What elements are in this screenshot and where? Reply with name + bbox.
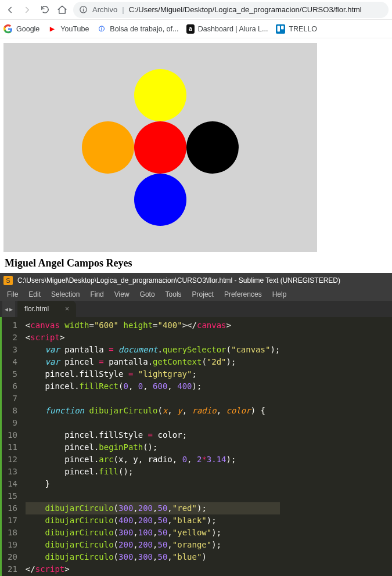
svg-rect-3: [276, 24, 285, 34]
code-line[interactable]: dibujarCirculo(300,100,50,"yellow");: [26, 527, 280, 539]
sublime-editor[interactable]: 12345678910111213141516171819202122 <can…: [0, 317, 392, 576]
bookmark-label: Google: [16, 25, 39, 33]
home-button[interactable]: [56, 3, 69, 16]
svg-point-2: [83, 8, 84, 9]
tab-next-icon: ▶: [9, 306, 13, 312]
line-number: 19: [8, 539, 17, 551]
sublime-app-icon: S: [3, 276, 13, 285]
code-line[interactable]: var pantalla = document.querySelector("c…: [26, 344, 280, 356]
code-line[interactable]: [26, 393, 280, 405]
code-line[interactable]: [26, 490, 280, 502]
line-number: 1: [8, 319, 17, 332]
menu-item[interactable]: View: [110, 289, 134, 300]
code-line[interactable]: </script>: [26, 563, 280, 575]
menu-item[interactable]: Tools: [161, 289, 186, 300]
line-number: 6: [8, 380, 17, 393]
code-line[interactable]: function dibujarCirculo(x, y, radio, col…: [26, 405, 280, 417]
code-line[interactable]: dibujarCirculo(300,300,50,"blue"): [26, 551, 280, 563]
sublime-titlebar[interactable]: S C:\Users\Miguel\Desktop\Logica_de_prog…: [0, 273, 392, 288]
sublime-tab-bar: ◀ ▶ flor.html ×: [0, 301, 392, 317]
bookmark-favicon: a: [186, 24, 194, 34]
url-separator: |: [122, 5, 124, 14]
page-content: Miguel Angel Campos Reyes: [0, 38, 392, 273]
bookmark-favicon: [276, 24, 285, 34]
bookmark-item[interactable]: aDashboard | Alura L...: [186, 24, 268, 34]
forward-button[interactable]: [21, 3, 34, 16]
sublime-window: S C:\Users\Miguel\Desktop\Logica_de_prog…: [0, 273, 392, 576]
url-scheme-label: Archivo: [92, 5, 117, 14]
menu-item[interactable]: Goto: [135, 289, 160, 300]
code-line[interactable]: dibujarCirculo(400,200,50,"black");: [26, 514, 280, 527]
code-line[interactable]: pincel.fillStyle = "lightgray";: [26, 368, 280, 380]
editor-tab-label: flor.html: [24, 305, 49, 313]
line-number: 20: [8, 551, 17, 563]
line-number: 17: [8, 514, 17, 527]
menu-item[interactable]: Selection: [46, 289, 84, 300]
menu-item[interactable]: Help: [268, 289, 292, 300]
menu-item[interactable]: Find: [85, 289, 108, 300]
line-number: 4: [8, 356, 17, 368]
code-line[interactable]: var pincel = pantalla.getContext("2d");: [26, 356, 280, 368]
url-path: C:/Users/Miguel/Desktop/Logica_de_progra…: [129, 5, 362, 14]
back-button[interactable]: [3, 3, 16, 16]
bookmark-favicon: ⓘ: [97, 24, 106, 34]
bookmark-item[interactable]: ▶YouTube: [48, 24, 89, 34]
line-number: 7: [8, 393, 17, 405]
line-number: 14: [8, 478, 17, 490]
code-line[interactable]: <canvas width="600" height="400"></canva…: [26, 319, 280, 332]
sublime-title-text: C:\Users\Miguel\Desktop\Logica_de_progra…: [17, 276, 340, 285]
address-bar[interactable]: Archivo | C:/Users/Miguel/Desktop/Logica…: [73, 2, 389, 18]
bookmark-favicon: [3, 24, 13, 34]
bookmark-label: Dashboard | Alura L...: [198, 25, 268, 33]
line-number: 5: [8, 368, 17, 380]
bookmark-label: Bolsa de trabajo, of...: [110, 25, 178, 33]
menu-item[interactable]: Project: [188, 289, 218, 300]
code-line[interactable]: pincel.fill();: [26, 466, 280, 478]
code-line[interactable]: pincel.arc(x, y, radio, 0, 2*3.14);: [26, 453, 280, 466]
line-number: 8: [8, 405, 17, 417]
line-number: 16: [8, 502, 17, 514]
reload-button[interactable]: [38, 3, 51, 16]
sublime-menu-bar: FileEditSelectionFindViewGotoToolsProjec…: [0, 288, 392, 301]
code-line[interactable]: }: [26, 478, 280, 490]
line-number: 9: [8, 417, 17, 429]
code-area[interactable]: <canvas width="600" height="400"></canva…: [23, 317, 280, 576]
code-line[interactable]: <script>: [26, 332, 280, 344]
line-number: 2: [8, 332, 17, 344]
line-number: 18: [8, 527, 17, 539]
code-line[interactable]: pincel.fillStyle = color;: [26, 429, 280, 441]
bookmark-item[interactable]: Google: [3, 24, 39, 34]
editor-tab[interactable]: flor.html ×: [17, 301, 76, 317]
info-icon: [79, 5, 88, 14]
line-number: 21: [8, 563, 17, 575]
line-number-gutter: 12345678910111213141516171819202122: [0, 317, 23, 576]
line-number: 10: [8, 429, 17, 441]
line-number: 13: [8, 466, 17, 478]
svg-rect-4: [278, 26, 280, 31]
bookmark-item[interactable]: ⓘBolsa de trabajo, of...: [97, 24, 178, 34]
code-line[interactable]: dibujarCirculo(200,200,50,"orange");: [26, 539, 280, 551]
line-number: 12: [8, 453, 17, 466]
bookmark-favicon: ▶: [48, 24, 57, 34]
code-line[interactable]: pincel.beginPath();: [26, 441, 280, 453]
code-line[interactable]: [26, 417, 280, 429]
line-number: 11: [8, 441, 17, 453]
line-number: 15: [8, 490, 17, 502]
bookmark-label: TRELLO: [289, 25, 317, 33]
flower-canvas: [3, 43, 317, 252]
browser-toolbar: Archivo | C:/Users/Miguel/Desktop/Logica…: [0, 0, 392, 20]
line-number: 3: [8, 344, 17, 356]
bookmarks-bar: Google▶YouTubeⓘBolsa de trabajo, of...aD…: [0, 20, 392, 38]
author-heading: Miguel Angel Campos Reyes: [3, 254, 389, 271]
bookmark-item[interactable]: TRELLO: [276, 24, 317, 34]
svg-rect-5: [281, 26, 284, 29]
tab-nav-arrows[interactable]: ◀ ▶: [2, 301, 15, 317]
bookmark-label: YouTube: [60, 25, 89, 33]
menu-item[interactable]: Preferences: [220, 289, 267, 300]
tab-prev-icon: ◀: [5, 306, 8, 312]
menu-item[interactable]: File: [2, 289, 23, 300]
menu-item[interactable]: Edit: [24, 289, 45, 300]
code-line[interactable]: dibujarCirculo(300,200,50,"red");: [26, 502, 280, 514]
code-line[interactable]: pincel.fillRect(0, 0, 600, 400);: [26, 380, 280, 393]
close-icon[interactable]: ×: [65, 305, 69, 313]
